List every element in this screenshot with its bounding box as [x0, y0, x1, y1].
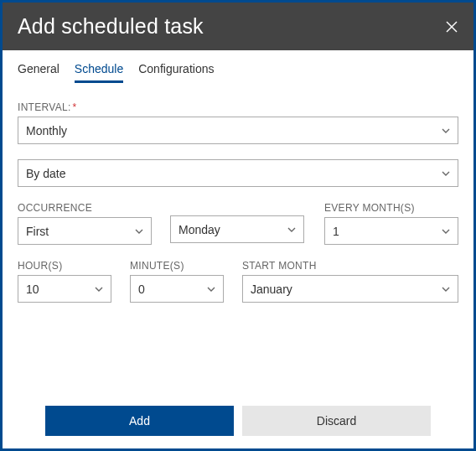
- minutes-select-wrap: 0: [130, 275, 224, 303]
- occurrence-select[interactable]: First: [18, 217, 152, 245]
- interval-select-wrap: Monthly: [18, 117, 458, 144]
- occurrence-label: OCCURRENCE: [18, 202, 152, 214]
- everymonths-select[interactable]: 1: [324, 217, 458, 245]
- interval-label-text: INTERVAL:: [18, 101, 71, 113]
- dialog-footer: Add Discard: [0, 406, 476, 436]
- minutes-value: 0: [138, 283, 145, 296]
- dayofweek-select[interactable]: Monday: [170, 215, 304, 243]
- startmonth-label: START MONTH: [242, 260, 458, 272]
- dialog-title: Add scheduled task: [18, 14, 204, 39]
- tab-bar: General Schedule Configurations: [3, 50, 473, 83]
- interval-label: INTERVAL:*: [18, 101, 458, 113]
- startmonth-select-wrap: January: [242, 275, 458, 303]
- hours-select-wrap: 10: [18, 275, 111, 303]
- everymonths-value: 1: [333, 225, 339, 238]
- everymonths-select-wrap: 1: [324, 217, 458, 245]
- hours-select[interactable]: 10: [18, 275, 111, 303]
- add-button[interactable]: Add: [45, 406, 234, 436]
- dialog-header: Add scheduled task: [3, 3, 473, 50]
- bydate-select-wrap: By date: [18, 159, 458, 187]
- occurrence-value: First: [26, 225, 49, 238]
- interval-select[interactable]: Monthly: [18, 117, 458, 144]
- minutes-select[interactable]: 0: [130, 275, 224, 303]
- startmonth-value: January: [251, 283, 292, 296]
- bydate-value: By date: [26, 167, 65, 180]
- bydate-select[interactable]: By date: [18, 159, 458, 187]
- dayofweek-select-wrap: Monday: [170, 215, 304, 243]
- everymonths-label: EVERY MONTH(S): [324, 202, 458, 214]
- tab-schedule[interactable]: Schedule: [75, 62, 123, 83]
- dayofweek-value: Monday: [178, 223, 220, 236]
- tab-general[interactable]: General: [18, 62, 60, 83]
- tab-configurations[interactable]: Configurations: [138, 62, 214, 83]
- discard-button[interactable]: Discard: [242, 406, 431, 436]
- hours-value: 10: [26, 283, 39, 296]
- form-area: INTERVAL:* Monthly By date OCCURRENCE Fi…: [3, 83, 473, 311]
- close-icon[interactable]: [445, 20, 458, 34]
- required-indicator: *: [73, 101, 77, 113]
- occurrence-select-wrap: First: [18, 217, 152, 245]
- startmonth-select[interactable]: January: [242, 275, 458, 303]
- interval-value: Monthly: [26, 124, 67, 137]
- hours-label: HOUR(S): [18, 260, 111, 272]
- minutes-label: MINUTE(S): [130, 260, 224, 272]
